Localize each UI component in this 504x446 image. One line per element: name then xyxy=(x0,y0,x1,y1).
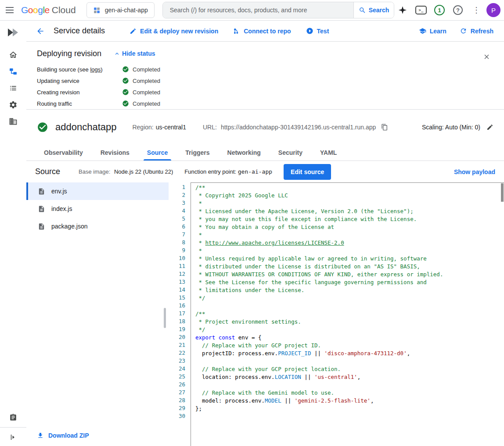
cloud-shell-icon: >_ xyxy=(415,6,427,14)
code-token: // Replace with the Gemini model to use. xyxy=(195,389,334,396)
gemini-button[interactable] xyxy=(394,0,411,20)
close-icon xyxy=(483,53,490,61)
rail-item-jobs[interactable] xyxy=(4,83,22,93)
line-number: 29 xyxy=(169,404,185,412)
status-label: Routing traffic xyxy=(37,100,122,107)
code-token: location: process.env. xyxy=(195,374,275,380)
search-input-area[interactable] xyxy=(163,2,353,18)
file-list-item[interactable]: index.js xyxy=(26,200,169,218)
search-button[interactable]: Search xyxy=(353,2,394,18)
editor-code[interactable]: /** * Copyright 2025 Google LLC * * Lice… xyxy=(191,182,504,446)
home-icon xyxy=(9,50,18,59)
code-token: || xyxy=(311,350,324,357)
header-right-actions: Learn Refresh xyxy=(419,27,493,35)
hamburger-menu-icon[interactable] xyxy=(0,0,19,20)
close-status-button[interactable] xyxy=(477,47,496,66)
main-content: Deploying revision Hide status Building … xyxy=(26,42,504,446)
learn-button[interactable]: Learn xyxy=(419,27,446,35)
rail-item-services[interactable] xyxy=(4,66,22,77)
code-token: * Licensed under the Apache License, Ver… xyxy=(195,208,414,214)
more-options-button[interactable]: ⋮ xyxy=(468,0,485,20)
edit-deploy-button[interactable]: Edit & deploy new revision xyxy=(130,28,218,35)
logs-link[interactable]: logs xyxy=(90,66,101,73)
file-panel-scrollbar[interactable] xyxy=(164,308,166,328)
hide-status-toggle[interactable]: Hide status xyxy=(114,50,155,57)
line-number: 16 xyxy=(169,302,185,310)
file-list: env.js index.js package.json xyxy=(26,182,169,235)
hamburger-icon xyxy=(6,7,14,13)
code-token: , xyxy=(371,397,374,404)
file-panel: env.js index.js package.json Download ZI… xyxy=(26,182,169,446)
code-token: * xyxy=(195,200,202,207)
tab-observability[interactable]: Observability xyxy=(35,144,92,161)
file-list-item[interactable]: package.json xyxy=(26,218,169,235)
copy-url-button[interactable] xyxy=(381,124,388,131)
code-token: 'disco-amphora-473112-d0' xyxy=(324,350,407,357)
line-number: 10 xyxy=(169,254,185,262)
code-token: }; xyxy=(195,405,202,412)
download-zip-label: Download ZIP xyxy=(48,432,89,439)
rail-item-home[interactable] xyxy=(4,50,22,60)
tab-yaml[interactable]: YAML xyxy=(311,144,346,161)
cloud-run-logo[interactable] xyxy=(7,25,19,40)
status-value: Completed xyxy=(133,89,160,96)
tab-source[interactable]: Source xyxy=(138,144,176,161)
edit-source-button[interactable]: Edit source xyxy=(284,164,331,180)
code-token: projectID: process.env. xyxy=(195,350,278,357)
code-line: * Copyright 2025 Google LLC xyxy=(195,192,504,200)
play-icon xyxy=(306,27,313,35)
tab-triggers[interactable]: Triggers xyxy=(176,144,218,161)
test-button[interactable]: Test xyxy=(306,27,329,35)
search-input[interactable] xyxy=(169,6,347,14)
rail-item-release-notes[interactable] xyxy=(4,412,22,423)
code-line: /** xyxy=(195,184,504,192)
file-list-item[interactable]: env.js xyxy=(26,182,169,200)
account-avatar[interactable]: P xyxy=(486,3,500,17)
code-line: * xyxy=(195,231,504,239)
cloud-shell-button[interactable]: >_ xyxy=(413,0,429,20)
code-line: * Licensed under the Apache License, Ver… xyxy=(195,207,504,215)
code-token: 'us-central1' xyxy=(314,374,357,380)
deploy-status-panel: Deploying revision Hide status Building … xyxy=(26,42,504,110)
back-button[interactable] xyxy=(31,21,50,41)
entry-point: Function entry point: gen-ai-app xyxy=(184,168,272,175)
editor-scrollbar[interactable] xyxy=(501,183,504,202)
service-header: addonchatapp Region: us-central1 URL: ht… xyxy=(26,110,504,144)
line-number: 25 xyxy=(169,373,185,381)
code-editor[interactable]: 1234567891011121314151617181920212223242… xyxy=(169,182,504,446)
line-number: 1 xyxy=(169,183,185,191)
refresh-icon xyxy=(460,27,467,35)
code-token: http://www.apache.org/licenses/LICENSE-2… xyxy=(205,239,344,246)
project-picker[interactable]: gen-ai-chat-app xyxy=(86,2,155,18)
show-payload-link[interactable]: Show payload xyxy=(454,168,495,175)
rail-item-domains[interactable] xyxy=(4,116,22,127)
tab-networking[interactable]: Networking xyxy=(219,144,270,161)
url-value: https://addonchatapp-301439142196.us-cen… xyxy=(221,124,376,131)
status-label: Creating revision xyxy=(37,89,122,96)
code-line xyxy=(195,413,504,421)
notifications-button[interactable]: 1 xyxy=(431,0,448,20)
code-token: * distributed under the License is distr… xyxy=(195,263,420,270)
google-cloud-logo[interactable]: Google Cloud xyxy=(21,5,76,15)
tab-revisions[interactable]: Revisions xyxy=(92,144,138,161)
connect-repo-button[interactable]: Connect to repo xyxy=(233,28,291,35)
check-circle-icon xyxy=(122,77,129,84)
base-image: Base image: Node.js 22 (Ubuntu 22) xyxy=(79,168,173,175)
tab-security[interactable]: Security xyxy=(270,144,311,161)
code-line: /** xyxy=(195,310,504,318)
search-icon xyxy=(359,7,366,14)
help-button[interactable]: ? xyxy=(450,0,466,20)
status-value: Completed xyxy=(133,66,160,73)
line-number: 24 xyxy=(169,365,185,373)
source-heading: Source xyxy=(35,167,60,176)
code-line: location: process.env.LOCATION || 'us-ce… xyxy=(195,373,504,381)
edit-scaling-button[interactable] xyxy=(486,124,493,131)
refresh-button[interactable]: Refresh xyxy=(460,27,493,35)
rail-expand-button[interactable] xyxy=(4,432,22,442)
code-token: * you may not use this file except in co… xyxy=(195,216,417,222)
download-zip-button[interactable]: Download ZIP xyxy=(37,432,89,439)
code-token: MODEL xyxy=(265,397,281,404)
status-label-text: Building source (see xyxy=(37,66,90,73)
code-token: PROJECT_ID xyxy=(278,350,311,357)
rail-item-integrations[interactable] xyxy=(4,100,22,110)
